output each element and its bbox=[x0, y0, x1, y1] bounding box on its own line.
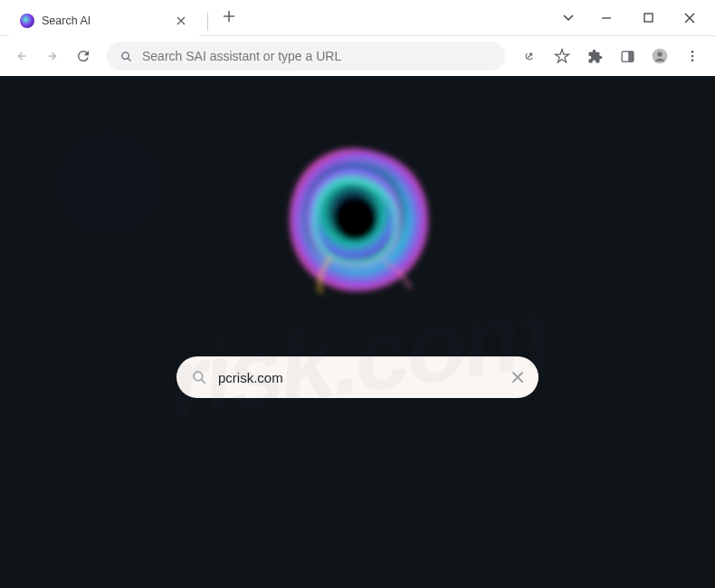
browser-tab[interactable]: Search AI bbox=[9, 5, 199, 36]
svg-rect-0 bbox=[644, 14, 653, 22]
titlebar: Search AI bbox=[0, 0, 715, 36]
svg-point-7 bbox=[691, 55, 694, 58]
tab-search-button[interactable] bbox=[552, 3, 585, 33]
favicon-icon bbox=[20, 14, 34, 28]
svg-point-8 bbox=[691, 59, 694, 62]
svg-point-1 bbox=[122, 52, 129, 59]
svg-rect-3 bbox=[628, 51, 634, 61]
menu-button[interactable] bbox=[679, 43, 706, 70]
close-button[interactable] bbox=[670, 3, 710, 33]
bookmark-button[interactable] bbox=[548, 43, 576, 70]
window-controls bbox=[552, 3, 715, 33]
side-panel-button[interactable] bbox=[614, 43, 641, 70]
search-input[interactable] bbox=[218, 370, 500, 385]
new-tab-button[interactable] bbox=[215, 5, 243, 31]
omnibox-input[interactable] bbox=[142, 49, 492, 63]
svg-point-10 bbox=[334, 197, 377, 241]
share-button[interactable] bbox=[516, 43, 543, 70]
extensions-button[interactable] bbox=[581, 43, 608, 70]
search-icon bbox=[191, 369, 207, 385]
page-content: risk.com bbox=[0, 76, 715, 588]
logo-image bbox=[267, 130, 448, 311]
svg-point-5 bbox=[657, 52, 662, 56]
reload-button[interactable] bbox=[71, 43, 96, 69]
forward-button[interactable] bbox=[40, 43, 65, 69]
tab-close-button[interactable] bbox=[174, 14, 188, 28]
back-button[interactable] bbox=[9, 43, 34, 69]
omnibox[interactable] bbox=[107, 42, 505, 71]
search-icon bbox=[119, 50, 133, 63]
toolbar bbox=[0, 36, 715, 76]
minimize-button[interactable] bbox=[586, 3, 626, 33]
clear-button[interactable] bbox=[511, 371, 524, 384]
search-bar[interactable] bbox=[176, 356, 539, 398]
profile-button[interactable] bbox=[646, 43, 673, 70]
maximize-button[interactable] bbox=[628, 3, 668, 33]
svg-point-6 bbox=[691, 51, 694, 53]
tab-title: Search AI bbox=[42, 14, 167, 27]
